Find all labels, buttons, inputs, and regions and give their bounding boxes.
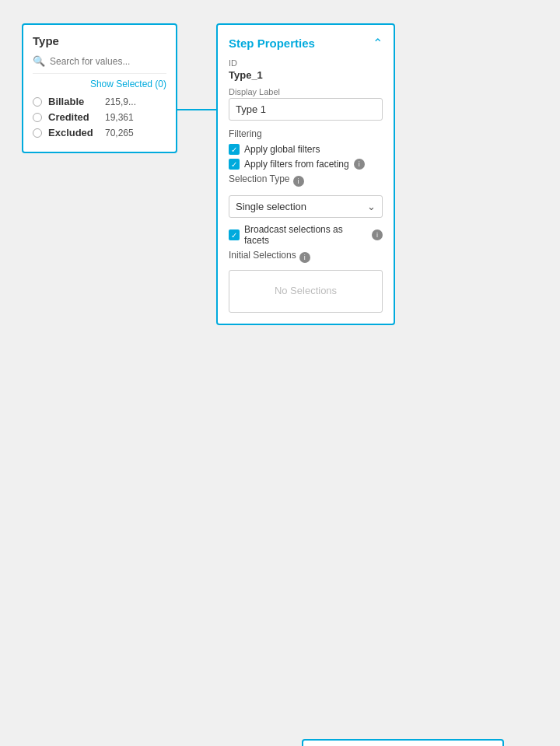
apply-global-label: Apply global filters (244, 144, 320, 155)
initial-selections-info-icon[interactable]: i (299, 252, 310, 263)
selection-type-dropdown[interactable]: Single selection ⌄ (229, 195, 383, 218)
apply-faceting-label: Apply filters from faceting (244, 159, 349, 170)
apply-global-checkbox[interactable] (229, 144, 240, 155)
billable-count: 215,9... (105, 96, 136, 107)
list-item: Excluded 70,265 (33, 127, 166, 138)
broadcast-info-icon[interactable]: i (372, 229, 383, 240)
dropdown-arrow-icon: ⌄ (367, 201, 376, 212)
step-props-header: Step Properties ⌃ (229, 36, 383, 51)
apply-faceting-row: Apply filters from faceting i (229, 159, 383, 170)
step-properties-bottom-panel: WIDGET STEP Step Properties ⌃ ID Step_pi… (302, 739, 504, 746)
selection-type-info-icon[interactable]: i (293, 176, 304, 187)
broadcast-row: Broadcast selections as facets i (229, 224, 383, 246)
initial-selections-row: Initial Selections i (229, 250, 383, 265)
display-label-label: Display Label (229, 87, 383, 96)
search-input[interactable] (50, 56, 166, 67)
broadcast-label: Broadcast selections as facets (244, 224, 367, 246)
list-item: Billable 215,9... (33, 96, 166, 107)
type-widget: Type 🔍 Show Selected (0) Billable 215,9.… (22, 23, 177, 153)
radio-excluded[interactable] (33, 128, 42, 138)
apply-global-row: Apply global filters (229, 144, 383, 155)
radio-credited[interactable] (33, 113, 42, 122)
id-value: Type_1 (229, 69, 383, 81)
id-label: ID (229, 58, 383, 68)
excluded-label: Excluded (48, 127, 99, 138)
search-row: 🔍 (33, 55, 166, 67)
bottom-section: Count of Rows 500K 483K (0, 739, 560, 746)
apply-faceting-info-icon[interactable]: i (354, 159, 365, 170)
radio-billable[interactable] (33, 97, 42, 107)
tab-step[interactable]: STEP (403, 741, 502, 746)
show-selected-link[interactable]: Show Selected (0) (33, 73, 166, 89)
filtering-label: Filtering (229, 128, 383, 139)
step-properties-top-panel: Step Properties ⌃ ID Type_1 Display Labe… (216, 23, 395, 325)
billable-label: Billable (48, 96, 99, 107)
credited-count: 19,361 (105, 112, 134, 123)
top-section: Type 🔍 Show Selected (0) Billable 215,9.… (0, 0, 560, 366)
page-container: Type 🔍 Show Selected (0) Billable 215,9.… (0, 0, 560, 746)
display-label-input[interactable] (229, 98, 383, 121)
step-props-title: Step Properties (229, 37, 315, 50)
apply-faceting-checkbox[interactable] (229, 159, 240, 170)
tab-widget[interactable]: WIDGET (303, 741, 403, 746)
selection-type-value: Single selection (236, 201, 306, 212)
chevron-up-icon[interactable]: ⌃ (373, 36, 383, 51)
broadcast-checkbox[interactable] (229, 229, 240, 240)
no-selections-box-top: No Selections (229, 270, 383, 313)
selection-type-label: Selection Type (229, 173, 290, 184)
list-item: Credited 19,361 (33, 111, 166, 123)
step-tabs: WIDGET STEP (303, 741, 502, 746)
excluded-count: 70,265 (105, 128, 134, 138)
initial-selections-label: Initial Selections (229, 250, 296, 261)
search-icon: 🔍 (33, 55, 45, 67)
credited-label: Credited (48, 111, 99, 123)
type-widget-title: Type (33, 34, 166, 47)
selection-type-row: Selection Type i (229, 173, 383, 189)
